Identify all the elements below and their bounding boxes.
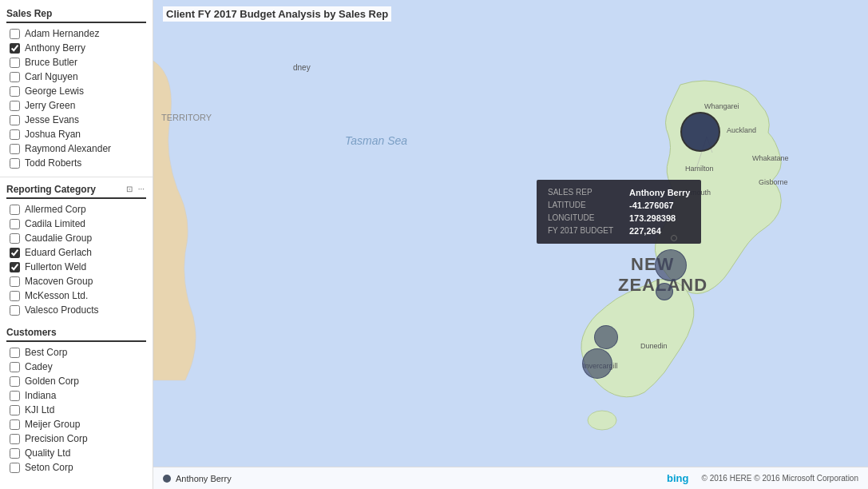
sales-rep-item-anthony[interactable]: Anthony Berry bbox=[6, 41, 146, 55]
rc-item-macoven[interactable]: Macoven Group bbox=[6, 274, 146, 288]
rc-checkbox-caudalie[interactable] bbox=[10, 233, 20, 244]
customers-header-row: Customers bbox=[6, 327, 146, 342]
tooltip-longitude-row: LONGITUDE 173.298398 bbox=[548, 213, 690, 223]
bing-logo-text: bing bbox=[667, 472, 688, 484]
tooltip-sales-rep-value: Anthony Berry bbox=[629, 188, 690, 197]
cust-checkbox-golden[interactable] bbox=[10, 376, 20, 387]
sales-rep-checkbox-jerry[interactable] bbox=[10, 101, 20, 111]
sales-rep-item-todd[interactable]: Todd Roberts bbox=[6, 156, 146, 170]
cust-item-kjil[interactable]: KJI Ltd bbox=[6, 403, 146, 417]
rc-label-mckesson: McKesson Ltd. bbox=[25, 290, 88, 301]
rc-label-cadila: Cadila Limited bbox=[25, 218, 85, 229]
tooltip-longitude-label: LONGITUDE bbox=[548, 213, 620, 223]
tooltip-longitude-value: 173.298398 bbox=[629, 213, 676, 223]
rc-item-cadila[interactable]: Cadila Limited bbox=[6, 217, 146, 231]
reporting-category-header-row: Reporting Category ⊡ ··· bbox=[6, 184, 146, 199]
bubble-invercargill[interactable] bbox=[582, 348, 612, 379]
cust-checkbox-precision[interactable] bbox=[10, 434, 20, 444]
svg-text:Gisborne: Gisborne bbox=[759, 178, 788, 186]
rc-label-fullerton: Fullerton Weld bbox=[25, 261, 86, 272]
rc-item-caudalie[interactable]: Caudalie Group bbox=[6, 231, 146, 245]
sales-rep-label-jesse: Jesse Evans bbox=[25, 114, 79, 125]
rc-item-fullerton[interactable]: Fullerton Weld bbox=[6, 260, 146, 274]
sales-rep-item-joshua[interactable]: Joshua Ryan bbox=[6, 127, 146, 141]
map-credits: © 2016 HERE © 2016 Microsoft Corporation bbox=[702, 474, 859, 483]
cust-item-golden[interactable]: Golden Corp bbox=[6, 374, 146, 388]
rc-checkbox-fullerton[interactable] bbox=[10, 262, 20, 272]
cust-item-quality[interactable]: Quality Ltd bbox=[6, 446, 146, 460]
tooltip-sales-rep-row: SALES REP Anthony Berry bbox=[548, 188, 690, 197]
reporting-category-title: Reporting Category bbox=[6, 184, 96, 195]
bubble-dunedin[interactable] bbox=[594, 325, 618, 349]
expand-icon[interactable]: ⊡ bbox=[125, 185, 134, 194]
sales-rep-label-adam: Adam Hernandez bbox=[25, 28, 99, 39]
cust-checkbox-best[interactable] bbox=[10, 348, 20, 358]
cust-item-precision[interactable]: Precision Corp bbox=[6, 431, 146, 446]
rc-item-eduard[interactable]: Eduard Gerlach bbox=[6, 245, 146, 260]
tooltip-budget-label: FY 2017 BUDGET bbox=[548, 226, 620, 236]
sidebar: Sales Rep Adam Hernandez Anthony Berry B… bbox=[0, 0, 153, 489]
sales-rep-label-joshua: Joshua Ryan bbox=[25, 129, 81, 140]
bubble-auckland[interactable] bbox=[680, 112, 720, 152]
svg-text:Dunedin: Dunedin bbox=[640, 342, 668, 350]
sales-rep-label-bruce: Bruce Butler bbox=[25, 57, 77, 68]
cust-item-cadey[interactable]: Cadey bbox=[6, 360, 146, 374]
tooltip-sales-rep-label: SALES REP bbox=[548, 188, 620, 197]
rc-item-mckesson[interactable]: McKesson Ltd. bbox=[6, 288, 146, 303]
rc-label-caudalie: Caudalie Group bbox=[25, 233, 92, 244]
rc-item-allermed[interactable]: Allermed Corp bbox=[6, 202, 146, 217]
sales-rep-checkbox-adam[interactable] bbox=[10, 29, 20, 39]
sales-rep-item-jesse[interactable]: Jesse Evans bbox=[6, 113, 146, 127]
sales-rep-item-jerry[interactable]: Jerry Green bbox=[6, 98, 146, 113]
sales-rep-checkbox-george[interactable] bbox=[10, 86, 20, 97]
sales-rep-checkbox-carl[interactable] bbox=[10, 72, 20, 82]
sales-rep-checkbox-jesse[interactable] bbox=[10, 115, 20, 125]
cust-checkbox-kjil[interactable] bbox=[10, 405, 20, 415]
rc-item-valesco[interactable]: Valesco Products bbox=[6, 303, 146, 317]
rc-checkbox-macoven[interactable] bbox=[10, 276, 20, 287]
more-options-icon[interactable]: ··· bbox=[137, 185, 146, 194]
legend-dot bbox=[163, 475, 171, 483]
cust-item-seton[interactable]: Seton Corp bbox=[6, 460, 146, 475]
sales-rep-item-bruce[interactable]: Bruce Butler bbox=[6, 55, 146, 70]
svg-text:Tasman Sea: Tasman Sea bbox=[345, 134, 407, 147]
sales-rep-item-raymond[interactable]: Raymond Alexander bbox=[6, 141, 146, 156]
sales-rep-checkbox-anthony[interactable] bbox=[10, 43, 20, 54]
map-footer: Anthony Berry bing © 2016 HERE © 2016 Mi… bbox=[153, 467, 868, 489]
cust-checkbox-seton[interactable] bbox=[10, 463, 20, 473]
sales-rep-checkbox-todd[interactable] bbox=[10, 158, 20, 169]
cust-label-meijer: Meijer Group bbox=[25, 419, 80, 430]
svg-text:Whakatane: Whakatane bbox=[752, 154, 789, 162]
rc-checkbox-allermed[interactable] bbox=[10, 205, 20, 215]
cust-item-best[interactable]: Best Corp bbox=[6, 345, 146, 360]
customers-title: Customers bbox=[6, 327, 57, 338]
rc-checkbox-eduard[interactable] bbox=[10, 248, 20, 258]
rc-checkbox-mckesson[interactable] bbox=[10, 291, 20, 301]
sales-rep-checkbox-bruce[interactable] bbox=[10, 58, 20, 68]
bubble-christchurch[interactable] bbox=[656, 283, 673, 300]
cust-checkbox-quality[interactable] bbox=[10, 448, 20, 459]
svg-text:Auckland: Auckland bbox=[727, 126, 756, 134]
map-container[interactable]: Tasman Sea TERRITORY dney NEW ZEALAND Wh… bbox=[153, 0, 868, 489]
cust-label-indiana: Indiana bbox=[25, 390, 56, 401]
sales-rep-item-george[interactable]: George Lewis bbox=[6, 84, 146, 98]
cust-checkbox-meijer[interactable] bbox=[10, 419, 20, 430]
sales-rep-label-carl: Carl Nguyen bbox=[25, 71, 78, 82]
reporting-category-section: Reporting Category ⊡ ··· Allermed Corp C… bbox=[0, 181, 153, 324]
cust-checkbox-indiana[interactable] bbox=[10, 391, 20, 401]
cust-item-meijer[interactable]: Meijer Group bbox=[6, 417, 146, 431]
cust-checkbox-cadey[interactable] bbox=[10, 362, 20, 372]
sales-rep-header: Sales Rep bbox=[6, 8, 146, 23]
cust-label-precision: Precision Corp bbox=[25, 433, 88, 444]
sales-rep-item-adam[interactable]: Adam Hernandez bbox=[6, 26, 146, 41]
cust-item-indiana[interactable]: Indiana bbox=[6, 388, 146, 403]
cust-label-seton: Seton Corp bbox=[25, 462, 73, 473]
cursor bbox=[671, 235, 677, 241]
tooltip-budget-row: FY 2017 BUDGET 227,264 bbox=[548, 226, 690, 236]
rc-checkbox-valesco[interactable] bbox=[10, 305, 20, 316]
sales-rep-item-carl[interactable]: Carl Nguyen bbox=[6, 70, 146, 84]
bubble-wellington[interactable] bbox=[655, 249, 687, 281]
rc-checkbox-cadila[interactable] bbox=[10, 219, 20, 229]
sales-rep-checkbox-joshua[interactable] bbox=[10, 129, 20, 140]
sales-rep-checkbox-raymond[interactable] bbox=[10, 144, 20, 154]
